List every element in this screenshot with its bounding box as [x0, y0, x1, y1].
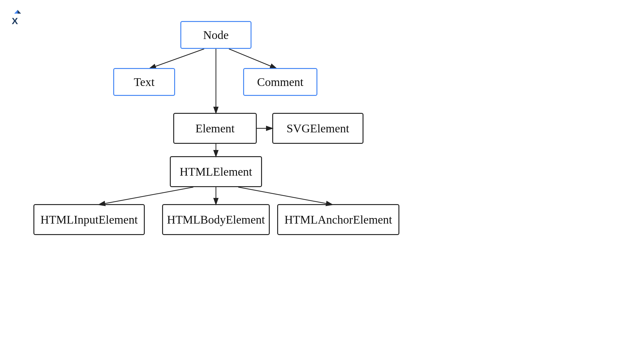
text-box: Text	[113, 68, 175, 96]
htmlbody-label: HTMLBodyElement	[167, 213, 265, 226]
node-box: Node	[180, 21, 251, 49]
svgelement-label: SVGElement	[286, 122, 349, 135]
htmlelement-label: HTMLElement	[180, 165, 252, 178]
comment-box: Comment	[243, 68, 317, 96]
svgelement-box: SVGElement	[272, 113, 363, 144]
htmlanchor-label: HTMLAnchorElement	[284, 213, 392, 226]
svg-line-6	[229, 49, 277, 69]
comment-label: Comment	[257, 75, 303, 89]
htmlanchor-box: HTMLAnchorElement	[277, 204, 399, 235]
element-label: Element	[196, 122, 235, 135]
svg-line-11	[238, 187, 333, 205]
node-label: Node	[203, 28, 229, 42]
htmlinput-box: HTMLInputElement	[33, 204, 145, 235]
svg-line-4	[149, 49, 204, 69]
htmlinput-label: HTMLInputElement	[41, 213, 138, 226]
svg-line-9	[98, 187, 193, 205]
htmlelement-box: HTMLElement	[170, 156, 262, 187]
text-label: Text	[134, 75, 155, 89]
htmlbody-box: HTMLBodyElement	[162, 204, 270, 235]
element-box: Element	[173, 113, 257, 144]
diagram-container: Node Text Comment Element SVGElement HTM…	[0, 0, 619, 364]
arrows-layer	[0, 0, 619, 364]
